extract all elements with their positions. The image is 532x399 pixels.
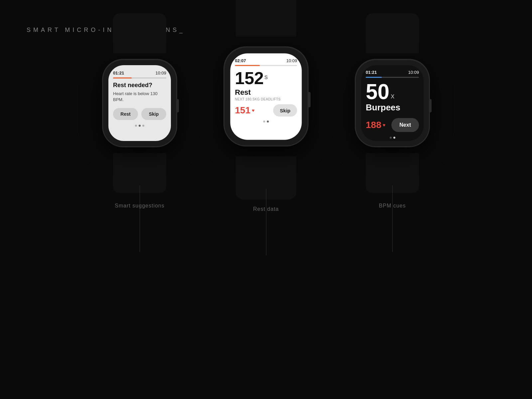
watch-3-body: 01:21 10:09 50x Burpees 188	[346, 47, 439, 160]
watch-2-time-right: 10:09	[286, 58, 297, 63]
watch-1-time-left: 01:21	[113, 70, 124, 75]
watch-2-bpm-value: 151	[235, 105, 251, 116]
watch-2-rest-label: Rest	[235, 88, 297, 96]
watch-1-body: 01:21 10:09 Rest needed? Heart rate is b…	[93, 47, 186, 160]
watch-3-time-right: 10:09	[408, 70, 419, 75]
watch-3-bpm-value: 188	[366, 120, 381, 130]
watch-3-heart-icon: ♥	[383, 122, 385, 128]
watch-1-buttons: Rest Skip	[113, 108, 166, 120]
watch-2-bottom-row: 151 ♥ Skip	[235, 104, 297, 116]
watch-1-wrapper: 01:21 10:09 Rest needed? Heart rate is b…	[93, 47, 186, 209]
watch-3-dot-2	[393, 137, 395, 139]
watch-1-dots	[113, 125, 166, 127]
watch-2-next-label: NEXT 180.5KG DEADLIFTS	[235, 97, 297, 101]
watch-2-divider	[266, 189, 266, 255]
watch-1-crown	[176, 99, 179, 112]
watch-3-count-unit: x	[391, 92, 394, 100]
watch-2-timer: 152s	[235, 69, 297, 86]
watch-1-band-top	[113, 13, 166, 53]
watch-3-crown	[429, 99, 432, 112]
watch-1-header: 01:21 10:09	[113, 70, 166, 75]
watch-1-dot-2	[139, 125, 141, 127]
watch-2-case: 02:07 10:09 152s Rest NEXT 180.5KG DEADL…	[224, 48, 308, 146]
watch-3-screen: 01:21 10:09 50x Burpees 188	[361, 65, 424, 141]
watch-2-skip-button[interactable]: Skip	[273, 104, 297, 116]
watch-2-band-top	[236, 0, 296, 37]
watch-1-progress-bar	[113, 77, 166, 78]
watch-1-case: 01:21 10:09 Rest needed? Heart rate is b…	[103, 60, 176, 146]
watch-2-body: 02:07 10:09 152s Rest NEXT 180.5KG DEADL…	[213, 30, 319, 163]
watch-1-time-right: 10:09	[155, 70, 166, 75]
watch-2-header: 02:07 10:09	[235, 58, 297, 63]
watch-3-count: 50x	[366, 81, 419, 102]
watch-3-next-button[interactable]: Next	[391, 118, 419, 132]
watch-2-progress-fill	[235, 65, 260, 66]
watch-2-dot-2	[267, 120, 269, 122]
watch-2-timer-unit: s	[264, 73, 268, 80]
watch-3-band-top	[366, 13, 419, 53]
watch-3-bottom-row: 188 ♥ Next	[366, 118, 419, 132]
watch-2-wrapper: 02:07 10:09 152s Rest NEXT 180.5KG DEADL…	[213, 30, 319, 212]
watch-3-time-left: 01:21	[366, 70, 377, 75]
watches-container: 01:21 10:09 Rest needed? Heart rate is b…	[0, 43, 532, 212]
watch-3-case: 01:21 10:09 50x Burpees 188	[356, 60, 429, 146]
watch-3-dots	[366, 137, 419, 139]
watch-1-progress-fill	[113, 77, 132, 78]
watch-2-timer-number: 152	[235, 69, 264, 86]
watch-1-dot-3	[142, 125, 144, 127]
watch-1-question: Rest needed?	[113, 82, 166, 89]
watch-3-bpm: 188 ♥	[366, 120, 385, 130]
watch-3-count-value: 50	[366, 81, 389, 102]
watch-2-heart-icon: ♥	[252, 108, 254, 113]
watch-3-progress-fill	[366, 77, 382, 78]
watch-3-dot-1	[390, 137, 392, 139]
watch-3-progress-bar	[366, 77, 419, 78]
watch-2-time-left: 02:07	[235, 58, 246, 63]
watch-1-divider	[140, 186, 140, 252]
watch-1-subtext: Heart rate is below 130 BPM.	[113, 91, 166, 103]
watch-2-progress-bar	[235, 65, 297, 66]
watch-3-exercise: Burpees	[366, 102, 419, 113]
watch-1-dot-1	[135, 125, 137, 127]
watch-1-skip-button[interactable]: Skip	[141, 108, 166, 120]
watch-3-wrapper: 01:21 10:09 50x Burpees 188	[346, 47, 439, 209]
watch-2-crown	[308, 92, 311, 107]
watch-3-header: 01:21 10:09	[366, 70, 419, 75]
watch-2-bpm: 151 ♥	[235, 105, 255, 116]
watch-3-divider	[392, 186, 393, 252]
watch-2-screen: 02:07 10:09 152s Rest NEXT 180.5KG DEADL…	[230, 53, 302, 140]
watch-2-dot-1	[263, 120, 265, 122]
watch-2-dots	[235, 120, 297, 122]
watch-1-rest-button[interactable]: Rest	[113, 108, 138, 120]
watch-1-screen: 01:21 10:09 Rest needed? Heart rate is b…	[108, 65, 171, 141]
